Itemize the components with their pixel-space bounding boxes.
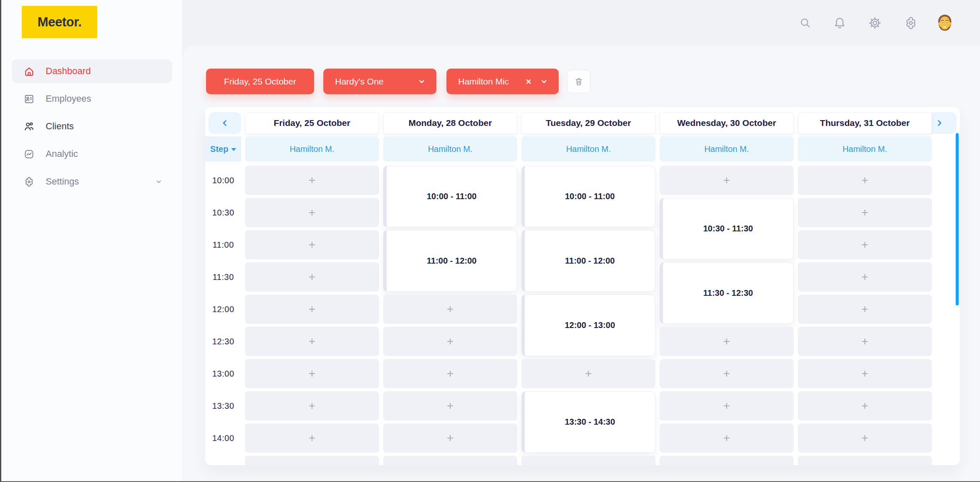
sidebar-item-clients[interactable]: Clients (12, 115, 172, 138)
empty-slot-add-button[interactable]: + (798, 423, 932, 453)
plus-icon: + (723, 336, 730, 347)
empty-slot-add-button[interactable]: + (245, 359, 379, 388)
avatar[interactable] (935, 13, 955, 33)
plus-icon: + (861, 400, 868, 412)
plus-icon: + (723, 464, 730, 465)
booking-card[interactable]: 11:30 - 12:30 (660, 262, 794, 324)
date-filter-button[interactable]: Friday, 25 October (206, 69, 314, 94)
time-label: 11:00 (205, 230, 241, 259)
plus-icon: + (861, 239, 868, 251)
location-filter-button[interactable]: Hardy's One (323, 69, 436, 94)
employee-cell[interactable]: Hamilton M. (660, 136, 794, 162)
empty-slot-add-button[interactable]: + (383, 423, 517, 453)
empty-slot-add-button[interactable]: + (660, 423, 794, 453)
date-filter-label: Friday, 25 October (224, 77, 296, 87)
time-label: 11:30 (205, 262, 241, 292)
employee-cell[interactable]: Hamilton M. (798, 136, 932, 162)
empty-slot-add-button[interactable]: + (798, 198, 932, 227)
bearded-man-avatar-image (935, 13, 955, 33)
empty-slot-add-button[interactable]: + (245, 166, 379, 195)
booking-card[interactable]: 13:30 - 14:30 (521, 391, 655, 453)
empty-slot-add-button[interactable]: + (521, 359, 655, 388)
empty-slot-add-button[interactable]: + (798, 359, 932, 388)
chevron-right-icon (935, 118, 944, 128)
step-dropdown[interactable]: Step (205, 136, 241, 162)
app-logo[interactable]: Meetor. (22, 6, 97, 38)
sidebar-item-label: Settings (46, 176, 79, 187)
empty-slot-add-button[interactable]: + (798, 166, 932, 195)
booking-card[interactable]: 10:30 - 11:30 (660, 198, 794, 259)
plus-icon: + (861, 432, 868, 444)
sidebar-item-employees[interactable]: Employees (12, 87, 172, 110)
employee-filter-button[interactable]: Hamilton Mic (446, 69, 559, 94)
plus-icon: + (723, 400, 730, 412)
empty-slot-add-button[interactable]: + (798, 327, 932, 356)
gear-icon[interactable] (868, 16, 882, 30)
vertical-scrollbar-thumb[interactable] (956, 133, 959, 305)
plus-icon: + (309, 336, 315, 347)
sidebar-item-dashboard[interactable]: Dashboard (12, 59, 172, 83)
empty-slot-add-button[interactable]: + (521, 456, 655, 465)
empty-slot-add-button[interactable]: + (383, 359, 517, 388)
booking-card[interactable]: 11:00 - 12:00 (521, 230, 655, 292)
close-icon[interactable] (524, 77, 533, 86)
caret-down-icon (231, 148, 236, 151)
empty-slot-add-button[interactable]: + (383, 327, 517, 356)
booking-time-label: 10:00 - 11:00 (565, 192, 615, 201)
empty-slot-add-button[interactable]: + (245, 456, 379, 465)
empty-slot-add-button[interactable]: + (798, 391, 932, 420)
booking-card[interactable]: 10:00 - 11:00 (521, 166, 655, 227)
empty-slot-add-button[interactable]: + (798, 262, 932, 292)
empty-slot-add-button[interactable]: + (245, 198, 379, 227)
empty-slot-add-button[interactable]: + (245, 295, 379, 324)
empty-slot-add-button[interactable]: + (660, 166, 794, 195)
plus-icon: + (861, 174, 868, 186)
empty-slot-add-button[interactable]: + (245, 327, 379, 356)
prev-week-button[interactable] (209, 112, 241, 134)
plus-icon: + (723, 174, 730, 186)
time-label: 13:30 (205, 391, 241, 420)
plus-icon: + (309, 271, 315, 283)
empty-slot-add-button[interactable]: + (660, 359, 794, 388)
chevron-down-icon[interactable] (155, 177, 163, 186)
time-label: 10:30 (205, 198, 241, 227)
time-label: 10:00 (205, 166, 241, 195)
empty-slot-add-button[interactable]: + (383, 456, 517, 465)
chevron-left-icon (220, 118, 230, 128)
plus-icon: + (861, 464, 868, 465)
bell-icon[interactable] (833, 16, 847, 30)
empty-slot-add-button[interactable]: + (245, 230, 379, 259)
empty-slot-add-button[interactable]: + (383, 295, 517, 324)
empty-slot-add-button[interactable]: + (798, 230, 932, 259)
employee-cell[interactable]: Hamilton M. (383, 136, 517, 162)
sidebar: Meetor. Dashboard Employees Clients Anal… (0, 0, 183, 482)
badge-icon (23, 93, 35, 105)
chart-icon (23, 149, 35, 160)
empty-slot-add-button[interactable]: + (798, 456, 932, 465)
clear-filters-button[interactable] (567, 70, 591, 93)
search-icon[interactable] (798, 16, 812, 30)
empty-slot-add-button[interactable]: + (798, 295, 932, 324)
sidebar-item-settings[interactable]: Settings (12, 170, 172, 193)
gear-flower-icon[interactable] (904, 16, 918, 30)
empty-slot-add-button[interactable]: + (383, 391, 517, 420)
sidebar-item-analytic[interactable]: Analytic (12, 142, 172, 166)
chevron-down-icon (417, 77, 426, 86)
plus-icon: + (309, 368, 315, 379)
time-label: 12:00 (205, 295, 241, 324)
empty-slot-add-button[interactable]: + (660, 391, 794, 420)
empty-slot-add-button[interactable]: + (245, 391, 379, 420)
booking-time-label: 11:00 - 12:00 (427, 256, 477, 266)
empty-slot-add-button[interactable]: + (245, 423, 379, 453)
booking-card[interactable]: 10:00 - 11:00 (383, 166, 517, 227)
booking-card[interactable]: 12:00 - 13:00 (521, 295, 655, 356)
empty-slot-add-button[interactable]: + (245, 262, 379, 292)
plus-icon: + (447, 400, 454, 412)
booking-card[interactable]: 11:00 - 12:00 (383, 230, 517, 292)
employee-cell[interactable]: Hamilton M. (521, 136, 655, 162)
employee-cell[interactable]: Hamilton M. (245, 136, 379, 162)
plus-icon: + (309, 207, 315, 218)
empty-slot-add-button[interactable]: + (660, 456, 794, 465)
plus-icon: + (861, 368, 868, 379)
empty-slot-add-button[interactable]: + (660, 327, 794, 356)
